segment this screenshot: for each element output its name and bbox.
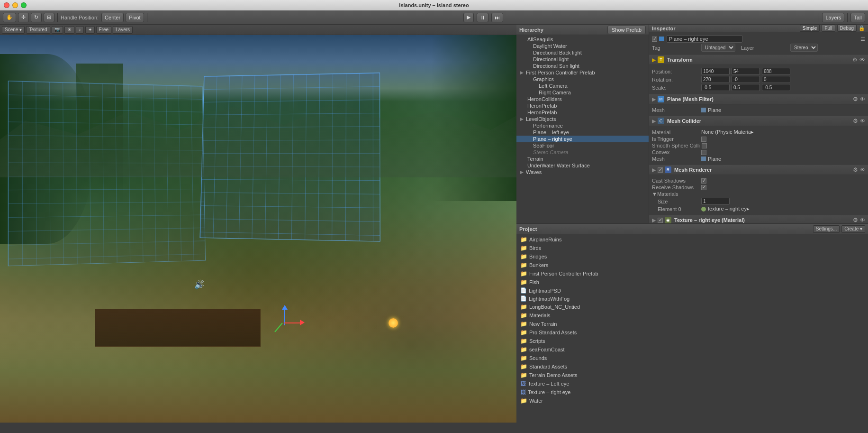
tall-button[interactable]: Tall	[850, 13, 865, 22]
project-item[interactable]: 📁Materials	[516, 311, 868, 320]
project-item[interactable]: 📁Scripts	[516, 337, 868, 345]
lighting-button[interactable]: ☀	[64, 26, 74, 34]
lock-icon[interactable]: 🔒	[859, 25, 865, 31]
layer-dropdown[interactable]: Stereo	[790, 44, 818, 52]
full-tab-button[interactable]: Full	[822, 25, 835, 32]
project-item[interactable]: 📄LightmapPSD	[516, 286, 868, 295]
pos-x-input[interactable]	[701, 68, 730, 75]
layers-button[interactable]: Layers	[822, 13, 844, 22]
project-item[interactable]: 📁First Person Controller Prefab	[516, 269, 868, 278]
hierarchy-item[interactable]: ▶First Person Controller Prefab	[516, 69, 649, 76]
create-button[interactable]: Create ▾	[841, 225, 865, 233]
play-toolbar-button[interactable]: ▶	[463, 13, 474, 22]
hierarchy-item[interactable]: ▶LevelObjects	[516, 116, 649, 122]
textured-button[interactable]: Textured	[26, 26, 50, 34]
rotate-tool-button[interactable]: ↻	[31, 13, 42, 22]
project-item[interactable]: 📁Pro Standard Assets	[516, 328, 868, 337]
hierarchy-item[interactable]: AllSeagulls	[516, 36, 649, 43]
fx-button[interactable]: ✦	[85, 26, 95, 34]
project-item[interactable]: 📁New Terrain	[516, 320, 868, 328]
perspective-button[interactable]: Free	[96, 26, 112, 34]
scale-tool-button[interactable]: ⊞	[44, 13, 54, 22]
mesh-renderer-checkbox[interactable]	[658, 167, 663, 173]
hierarchy-item[interactable]: Daylight Water	[516, 43, 649, 49]
maximize-button[interactable]	[21, 2, 27, 8]
transform-section-header[interactable]: ▶ T Transform ⚙ 👁	[649, 55, 868, 65]
debug-tab-button[interactable]: Debug	[837, 25, 857, 32]
hierarchy-item[interactable]: HeronPrefab	[516, 109, 649, 116]
hierarchy-item[interactable]: Directional Back light	[516, 49, 649, 56]
scene-content[interactable]: 🔊	[0, 35, 516, 423]
pause-toolbar-button[interactable]: ⏸	[477, 13, 488, 22]
pos-y-input[interactable]	[732, 68, 760, 75]
scale-x-input[interactable]	[701, 84, 730, 91]
show-prefab-button[interactable]: Show Prefab	[607, 26, 646, 34]
project-item[interactable]: 📁Sounds	[516, 354, 868, 362]
minimize-button[interactable]	[12, 2, 18, 8]
project-item[interactable]: 📁Terrain Demo Assets	[516, 371, 868, 379]
rot-y-input[interactable]	[732, 76, 760, 83]
transform-gear-icon[interactable]: ⚙	[852, 56, 858, 63]
scale-z-input[interactable]	[762, 84, 790, 91]
material-checkbox[interactable]	[658, 218, 663, 223]
center-button[interactable]: Center	[101, 13, 124, 22]
mesh-renderer-section-header[interactable]: ▶ R Mesh Renderer ⚙ 👁	[649, 165, 868, 175]
hierarchy-item[interactable]: Right Camera	[516, 89, 649, 96]
inspector-tab[interactable]: Inspector	[652, 26, 676, 31]
mesh-filter-eye-icon[interactable]: 👁	[860, 96, 865, 102]
hierarchy-list[interactable]: AllSeagullsDaylight WaterDirectional Bac…	[516, 35, 649, 223]
cast-shadows-checkbox[interactable]	[701, 178, 706, 184]
project-item[interactable]: 📁Standard Assets	[516, 362, 868, 371]
is-trigger-checkbox[interactable]	[701, 137, 706, 142]
mesh-filter-section-header[interactable]: ▶ M Plane (Mesh Filter) ⚙ 👁	[649, 94, 868, 104]
settings-button[interactable]: Settings...	[813, 225, 840, 233]
smooth-sphere-checkbox[interactable]	[702, 143, 707, 148]
project-item[interactable]: 📁Water	[516, 396, 868, 405]
mesh-renderer-gear-icon[interactable]: ⚙	[853, 166, 858, 173]
project-item[interactable]: 📁LongBoat_NC_Untied	[516, 303, 868, 311]
scale-y-input[interactable]	[732, 84, 760, 91]
hierarchy-item[interactable]: Performance	[516, 122, 649, 129]
project-tab[interactable]: Project	[519, 226, 537, 232]
receive-shadows-checkbox[interactable]	[701, 185, 706, 190]
close-button[interactable]	[4, 2, 9, 8]
mesh-collider-section-header[interactable]: ▶ C Mesh Collider ⚙ 👁	[649, 116, 868, 126]
convex-checkbox[interactable]	[701, 150, 706, 155]
layers-scene-button[interactable]: Layers	[113, 26, 133, 34]
move-tool-button[interactable]: ✛	[18, 13, 29, 22]
hierarchy-item[interactable]: Directional Sun light	[516, 63, 649, 69]
hand-tool-button[interactable]: ✋	[3, 13, 16, 22]
project-item[interactable]: 📁Bunkers	[516, 261, 868, 269]
project-item[interactable]: 📁AirplaneRuins	[516, 235, 868, 244]
object-name-input[interactable]	[667, 35, 742, 43]
hierarchy-item[interactable]: Left Camera	[516, 83, 649, 89]
mesh-renderer-eye-icon[interactable]: 👁	[860, 167, 865, 173]
hierarchy-item[interactable]: UnderWater Water Surface	[516, 162, 649, 169]
scene-tab-button[interactable]: Scene ▾	[2, 26, 25, 34]
material-gear-icon[interactable]: ⚙	[853, 217, 858, 223]
hierarchy-tab[interactable]: Hierarchy	[519, 27, 543, 33]
project-item[interactable]: 🖼Texture – right eye	[516, 388, 868, 396]
project-item[interactable]: 🖼Texture – Left eye	[516, 379, 868, 388]
hierarchy-item[interactable]: Stereo Camera	[516, 149, 649, 156]
project-list[interactable]: 📁AirplaneRuins📁Birds📁Bridges📁Bunkers📁Fir…	[516, 234, 868, 423]
rot-z-input[interactable]	[762, 76, 790, 83]
hierarchy-item[interactable]: Graphics	[516, 76, 649, 83]
hierarchy-item[interactable]: HeronColliders	[516, 96, 649, 102]
audio-button[interactable]: ♪	[76, 26, 84, 34]
hierarchy-item[interactable]: Plane – right eye	[516, 136, 649, 142]
simple-tab-button[interactable]: Simple	[800, 25, 820, 32]
material-section-header[interactable]: ▶ ◉ Texture – right eye (Material) ⚙ 👁	[649, 215, 868, 223]
project-item[interactable]: 📁Fish	[516, 278, 868, 286]
tag-dropdown[interactable]: Untagged	[701, 44, 735, 52]
display-mode-button[interactable]: 📷	[52, 26, 63, 34]
step-toolbar-button[interactable]: ⏭	[491, 13, 503, 22]
hierarchy-item[interactable]: SeaFloor	[516, 142, 649, 149]
pos-z-input[interactable]	[762, 68, 790, 75]
active-checkbox[interactable]	[652, 37, 657, 42]
mesh-collider-gear-icon[interactable]: ⚙	[853, 118, 858, 124]
rot-x-input[interactable]	[701, 76, 730, 83]
hierarchy-item[interactable]: ▶Waves	[516, 169, 649, 175]
project-item[interactable]: 📁Bridges	[516, 252, 868, 261]
mesh-collider-eye-icon[interactable]: 👁	[860, 118, 865, 124]
